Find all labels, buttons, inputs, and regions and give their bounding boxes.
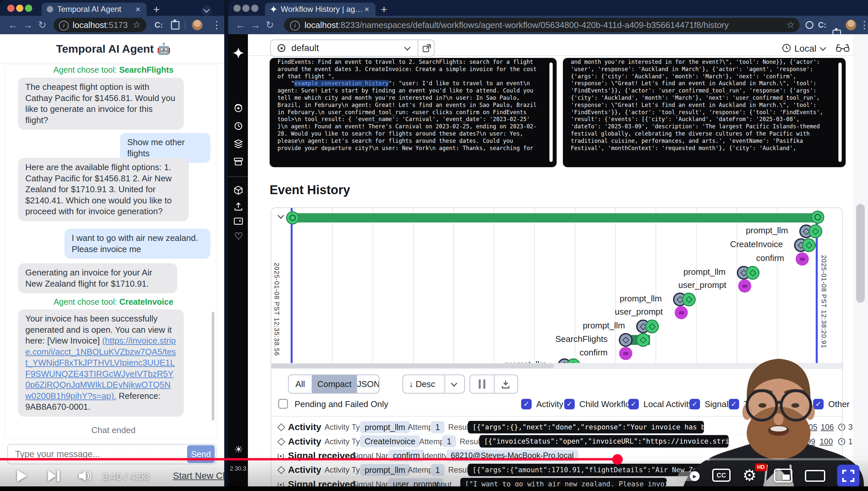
theme-toggle-sun-icon[interactable]: ☀: [234, 443, 243, 455]
extension-dot-icon[interactable]: [806, 21, 813, 29]
address-bar[interactable]: i localhost:8233/namespaces/default/work…: [284, 18, 800, 32]
sidebar-stack-icon[interactable]: [233, 138, 244, 149]
close-window-button-inactive[interactable]: [234, 5, 241, 12]
open-namespace-external-link-icon[interactable]: [422, 44, 431, 53]
sidebar-export-icon[interactable]: [233, 201, 244, 212]
group-divider: [417, 40, 418, 56]
browser-tab-left[interactable]: Temporal AI Agent ×: [41, 3, 147, 16]
new-tab-button[interactable]: +: [381, 2, 387, 17]
autoplay-toggle[interactable]: ▶: [678, 471, 700, 481]
bookmark-star-icon[interactable]: ☆: [786, 18, 795, 32]
tab-close-icon[interactable]: ×: [364, 3, 369, 16]
workflow-result-code-panel[interactable]: and month you're interested in for the e…: [563, 58, 846, 167]
view-mode-json[interactable]: JSON: [357, 375, 379, 393]
browser-tab-right[interactable]: Workflow History | agent-wor ×: [265, 3, 375, 16]
code-panel-scrollbar[interactable]: [549, 62, 553, 162]
timeline-row-label: confirm: [271, 348, 608, 358]
sidebar-workflows-icon[interactable]: [233, 103, 244, 114]
temporal-logo-icon[interactable]: [232, 47, 245, 59]
agent-message: Generating an invoice for your Air New Z…: [18, 263, 177, 293]
signal-marker[interactable]: [738, 280, 751, 293]
reload-button[interactable]: ↻: [38, 16, 46, 34]
sidebar-schedules-icon[interactable]: [233, 120, 244, 132]
theater-mode-button[interactable]: [805, 470, 825, 482]
chat-scrollbar[interactable]: [212, 312, 214, 421]
activity-completed-marker[interactable]: [808, 225, 822, 238]
activity-completed-marker[interactable]: [802, 238, 816, 252]
activity-scheduled-marker[interactable]: [619, 333, 632, 347]
view-mode-all[interactable]: All: [289, 375, 312, 393]
sort-desc-button[interactable]: ↓ Desc: [409, 379, 435, 389]
sort-options-chevron-icon[interactable]: [451, 380, 457, 387]
code-panel-scrollbar[interactable]: [838, 62, 842, 162]
filter-checkbox-local-activity[interactable]: ✓: [628, 399, 639, 409]
workflow-start-marker[interactable]: [286, 211, 299, 225]
browser-scrollbar-thumb[interactable]: [856, 204, 865, 303]
extensions-puzzle-icon[interactable]: [171, 21, 180, 30]
download-history-icon[interactable]: [500, 379, 511, 389]
settings-gear-icon[interactable]: ⚙: [742, 466, 756, 484]
extension-colorzilla-icon[interactable]: C:: [155, 16, 163, 34]
workflow-execution-bar[interactable]: [291, 213, 818, 223]
site-info-icon[interactable]: i: [290, 21, 300, 31]
zoom-window-button[interactable]: [25, 5, 32, 12]
field-label: Result: [448, 420, 470, 434]
address-bar[interactable]: i localhost:5173 ☆: [54, 18, 146, 32]
filter-checkbox-activity[interactable]: ✓: [521, 399, 532, 409]
activity-completed-marker[interactable]: [746, 266, 760, 280]
forward-button[interactable]: →: [23, 16, 33, 34]
pending-failed-checkbox[interactable]: [278, 399, 288, 409]
activity-completed-marker[interactable]: [636, 333, 650, 347]
namespace-value[interactable]: default: [291, 43, 319, 53]
timeline-hscrollbar-thumb[interactable]: [271, 364, 554, 368]
view-mode-compact[interactable]: Compact: [312, 375, 357, 393]
subtitles-cc-button[interactable]: CC: [712, 469, 731, 482]
tab-list-dropdown-icon[interactable]: [201, 5, 212, 16]
video-progress-scrubber[interactable]: [612, 454, 623, 465]
result-code-chip[interactable]: [{"args":{},"next":"done","response":"Yo…: [468, 421, 704, 433]
bookmark-star-icon[interactable]: ☆: [132, 18, 141, 32]
profile-avatar[interactable]: [192, 20, 203, 30]
back-button[interactable]: ←: [236, 16, 245, 34]
reader-glasses-icon[interactable]: [835, 43, 850, 53]
next-video-button[interactable]: [48, 470, 60, 483]
browser-menu-kebab-icon[interactable]: ⋮: [860, 16, 868, 34]
sidebar-labs-icon[interactable]: [233, 216, 244, 227]
forward-button[interactable]: →: [251, 16, 260, 34]
extension-colorzilla-icon[interactable]: C:: [818, 16, 826, 34]
signal-marker[interactable]: [619, 347, 632, 360]
fullscreen-button-focused[interactable]: [837, 465, 860, 487]
tab-close-icon[interactable]: ×: [135, 3, 141, 16]
play-button[interactable]: [17, 470, 27, 482]
signal-marker[interactable]: [675, 306, 688, 319]
workflow-end-marker[interactable]: [811, 211, 824, 224]
activity-completed-marker[interactable]: [682, 293, 696, 307]
namespace-chevron-down-icon[interactable]: [404, 44, 411, 51]
browser-menu-kebab-icon[interactable]: ⋮: [212, 16, 222, 34]
zoom-window-button-inactive[interactable]: [251, 5, 258, 12]
back-button[interactable]: ←: [8, 16, 18, 34]
close-window-button[interactable]: [7, 5, 14, 12]
workflow-input-code-panel[interactable]: FindEvents: Find an event to travel to 2…: [270, 58, 557, 167]
volume-icon[interactable]: [78, 469, 92, 483]
profile-avatar[interactable]: [846, 20, 856, 30]
new-tab-button[interactable]: +: [153, 2, 160, 17]
group-divider: [494, 375, 495, 393]
sidebar-batch-icon[interactable]: [233, 156, 244, 167]
sidebar-archival-icon[interactable]: [233, 185, 244, 196]
site-info-icon[interactable]: i: [59, 21, 69, 31]
tab-title: Temporal AI Agent: [57, 3, 133, 16]
filter-checkbox-child-workflow[interactable]: ✓: [564, 399, 575, 409]
sidebar-feedback-heart-icon[interactable]: ♡: [234, 230, 243, 242]
minimize-window-button[interactable]: [16, 5, 23, 12]
minimize-window-button-inactive[interactable]: [242, 5, 250, 12]
timeline-chart[interactable]: prompt_llm CreateInvoice confirm prompt_…: [271, 208, 842, 363]
miniplayer-button[interactable]: [774, 469, 793, 483]
pause-icon[interactable]: [479, 379, 481, 389]
activity-completed-marker[interactable]: [645, 320, 659, 334]
expand-row-chevron-icon[interactable]: [278, 212, 284, 219]
timezone-select[interactable]: Local: [794, 44, 816, 54]
reload-button[interactable]: ↻: [266, 16, 274, 34]
signal-marker[interactable]: [796, 252, 809, 266]
namespace-select-group: default: [270, 39, 435, 57]
